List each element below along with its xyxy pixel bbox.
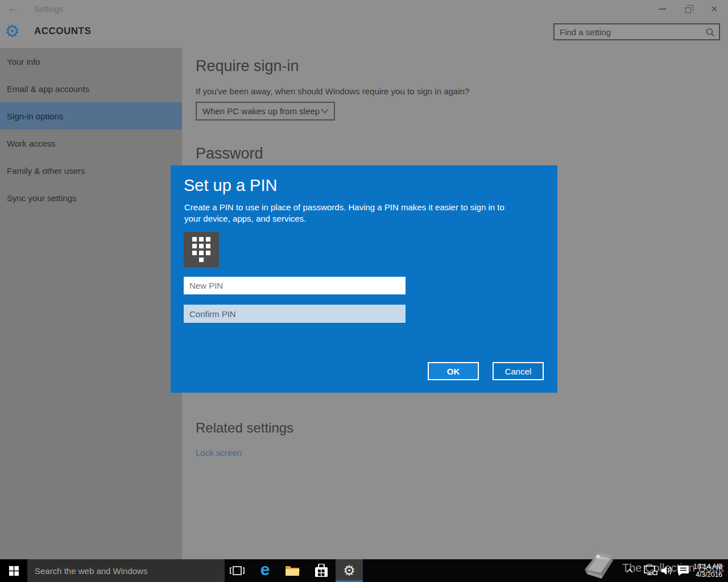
cancel-button[interactable]: Cancel [493,362,544,380]
minimize-icon [659,9,666,10]
action-center-button[interactable] [676,559,690,582]
require-signin-question: If you've been away, when should Windows… [196,86,469,96]
sidebar-item-email-app-accounts[interactable]: Email & app accounts [0,75,182,102]
start-button[interactable] [0,559,27,582]
back-icon[interactable]: ← [8,2,19,15]
store-button[interactable] [310,559,333,582]
minimize-button[interactable] [654,2,671,16]
ok-button[interactable]: OK [428,362,479,380]
chevron-down-icon [321,109,329,114]
page-title: ACCOUNTS [34,26,91,37]
clock-date: 4/3/2016 [690,571,722,579]
taskbar-search-input[interactable] [27,559,225,582]
setup-pin-dialog: Set up a PIN Create a PIN to use in plac… [171,165,557,393]
network-icon [644,565,657,576]
pin-keypad-icon [184,232,219,267]
file-explorer-button[interactable] [281,559,304,582]
volume-tray-button[interactable] [660,559,675,582]
taskbar-search[interactable] [27,559,225,582]
signin-requirement-dropdown[interactable]: When PC wakes up from sleep [196,102,335,120]
task-view-icon [230,566,245,575]
dialog-description: Create a PIN to use in place of password… [184,202,513,224]
edge-button[interactable]: e [254,559,276,582]
volume-icon [661,566,673,576]
file-explorer-icon [285,564,300,577]
store-icon [314,564,329,577]
sidebar-item-sign-in-options[interactable]: Sign-in options [0,102,182,130]
tray-expand-button[interactable] [624,559,635,582]
close-icon: ✕ [711,4,718,14]
chevron-up-icon [626,568,633,573]
new-pin-input[interactable] [184,277,406,294]
sidebar: Your info Email & app accounts Sign-in o… [0,48,182,559]
task-view-button[interactable] [226,559,248,582]
restore-icon [685,7,691,13]
search-icon[interactable] [705,27,715,38]
confirm-pin-input[interactable] [184,305,406,323]
settings-taskbar-button[interactable]: ⚙ [336,559,363,582]
password-heading: Password [196,145,263,163]
close-button[interactable]: ✕ [706,2,723,16]
windows-logo-icon [9,566,19,576]
related-settings-heading: Related settings [196,420,293,436]
sidebar-item-family-other-users[interactable]: Family & other users [0,157,182,184]
action-center-icon [677,565,689,576]
system-tray: 10:14 AM 4/3/2016 [620,559,728,582]
dropdown-value: When PC wakes up from sleep [202,106,320,116]
sidebar-item-sync-your-settings[interactable]: Sync your settings [0,184,182,211]
taskbar: e ⚙ [0,559,728,582]
clock-time: 10:14 AM [690,563,722,571]
screen: ← Settings ✕ ⚙ ACCOUNTS Your info Email … [0,0,728,582]
dialog-title: Set up a PIN [184,176,277,195]
find-setting-input[interactable] [555,24,719,39]
require-signin-heading: Require sign-in [196,57,299,75]
taskbar-clock[interactable]: 10:14 AM 4/3/2016 [690,563,722,579]
find-setting-search[interactable] [553,23,720,40]
sidebar-item-work-access[interactable]: Work access [0,130,182,157]
settings-gear-icon: ⚙ [5,22,20,41]
settings-app-icon: ⚙ [343,564,355,577]
lock-screen-link[interactable]: Lock screen [196,448,242,458]
sidebar-item-your-info[interactable]: Your info [0,48,182,75]
restore-button[interactable] [680,2,697,16]
window-title: Settings [34,5,63,14]
network-tray-button[interactable] [643,559,659,582]
edge-icon: e [260,561,270,578]
